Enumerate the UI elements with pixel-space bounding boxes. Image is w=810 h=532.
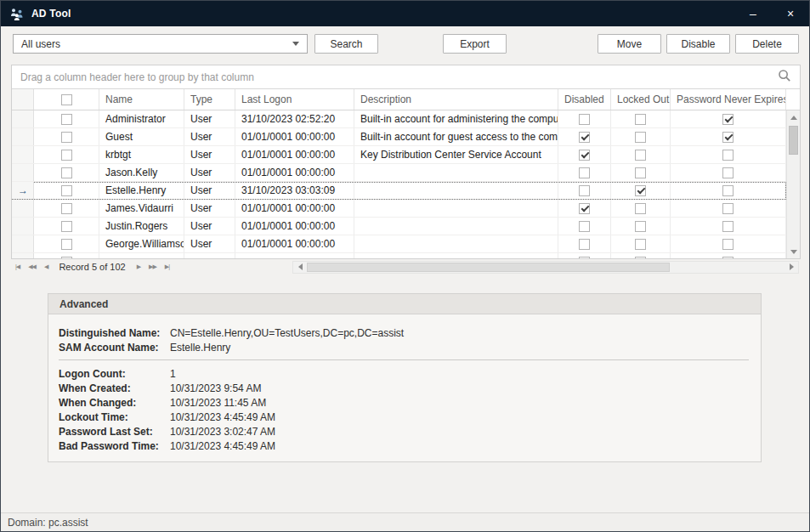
locked-out-checkbox[interactable]: [635, 185, 646, 196]
password-never-expires-checkbox[interactable]: [722, 150, 734, 161]
scroll-up-button[interactable]: [787, 110, 800, 124]
row-select-checkbox[interactable]: [61, 221, 72, 232]
row-checkbox-cell: [34, 218, 99, 235]
password-never-expires-checkbox[interactable]: [722, 257, 734, 259]
password-never-expires-checkbox[interactable]: [722, 114, 734, 125]
cell-name: Jason.Kelly: [99, 164, 184, 181]
app-window: AD Tool – × All users Search Export Move…: [0, 0, 810, 532]
column-header-disabled[interactable]: Disabled: [558, 89, 611, 110]
select-all-checkbox[interactable]: [61, 94, 72, 105]
select-all-column-header[interactable]: [34, 89, 99, 110]
disabled-checkbox[interactable]: [579, 221, 590, 232]
disabled-checkbox[interactable]: [579, 132, 590, 143]
scroll-left-button[interactable]: [293, 262, 307, 273]
row-select-checkbox[interactable]: [61, 132, 72, 143]
move-button[interactable]: Move: [598, 34, 661, 54]
user-filter-dropdown[interactable]: All users: [13, 34, 308, 54]
disable-button[interactable]: Disable: [666, 34, 730, 54]
password-never-expires-checkbox[interactable]: [722, 167, 734, 178]
disabled-checkbox[interactable]: [579, 203, 590, 214]
row-select-checkbox[interactable]: [61, 203, 72, 214]
export-button[interactable]: Export: [443, 34, 507, 54]
table-row[interactable]: → George.Williamson User 01/01/0001 00:0…: [12, 235, 786, 253]
pager-first-button[interactable]: |◀: [11, 260, 24, 274]
password-never-expires-checkbox[interactable]: [722, 239, 734, 250]
row-select-checkbox[interactable]: [61, 150, 72, 161]
column-header-description[interactable]: Description: [354, 89, 558, 110]
row-checkbox-cell: [34, 235, 99, 252]
minimize-button[interactable]: –: [734, 1, 772, 26]
table-row[interactable]: → Estelle.Henry User 31/10/2023 03:03:09: [12, 182, 786, 200]
record-navigator: |◀ ◀◀ ◀ Record 5 of 102 ▶ ▶▶ ▶|: [11, 260, 799, 274]
pager-prev-page-button[interactable]: ◀◀: [24, 260, 40, 274]
row-indicator: →: [12, 218, 34, 235]
advanced-field-label: Password Last Set:: [59, 426, 170, 438]
cell-disabled: [558, 218, 611, 235]
locked-out-checkbox[interactable]: [635, 239, 646, 250]
group-by-panel[interactable]: Drag a column header here to group by th…: [12, 65, 800, 89]
table-row[interactable]: →: [12, 253, 786, 258]
search-icon[interactable]: [778, 69, 791, 85]
column-header-password-never-expires[interactable]: Password Never Expires: [671, 89, 786, 110]
row-select-checkbox[interactable]: [61, 257, 72, 259]
horizontal-scrollbar-track[interactable]: [307, 262, 785, 273]
column-header-type[interactable]: Type: [184, 89, 235, 110]
scroll-right-button[interactable]: [785, 262, 798, 273]
advanced-field-label: Distinguished Name:: [59, 327, 170, 339]
field-distinguished-name: Distinguished Name: CN=Estelle.Henry,OU=…: [59, 325, 749, 340]
locked-out-checkbox[interactable]: [635, 150, 646, 161]
cell-description: [354, 253, 558, 258]
table-row[interactable]: → Guest User 01/01/0001 00:00:00 Built-i…: [12, 128, 786, 146]
table-row[interactable]: → Administrator User 31/10/2023 02:52:20…: [12, 110, 786, 128]
row-checkbox-cell: [34, 200, 99, 217]
locked-out-checkbox[interactable]: [635, 167, 646, 178]
locked-out-checkbox[interactable]: [635, 203, 646, 214]
disabled-checkbox[interactable]: [579, 185, 590, 196]
table-row[interactable]: → Justin.Rogers User 01/01/0001 00:00:00: [12, 218, 786, 235]
horizontal-scrollbar-thumb[interactable]: [307, 263, 670, 272]
delete-button[interactable]: Delete: [735, 34, 799, 54]
row-checkbox-cell: [34, 164, 99, 181]
vertical-scrollbar-thumb[interactable]: [789, 126, 798, 155]
row-select-checkbox[interactable]: [61, 185, 72, 196]
disabled-checkbox[interactable]: [579, 150, 590, 161]
column-header-locked-out[interactable]: Locked Out: [611, 89, 671, 110]
cell-name: Estelle.Henry: [99, 182, 184, 199]
cell-description: [354, 164, 558, 181]
pager-next-button[interactable]: ▶: [133, 260, 144, 274]
row-select-checkbox[interactable]: [61, 114, 72, 125]
cell-last-logon: 31/10/2023 02:52:20: [235, 110, 354, 127]
advanced-field-label: Lockout Time:: [59, 411, 170, 423]
disabled-checkbox[interactable]: [579, 114, 590, 125]
disabled-checkbox[interactable]: [579, 239, 590, 250]
locked-out-checkbox[interactable]: [635, 257, 646, 259]
password-never-expires-checkbox[interactable]: [722, 203, 734, 214]
row-select-checkbox[interactable]: [61, 167, 72, 178]
locked-out-checkbox[interactable]: [635, 114, 646, 125]
vertical-scrollbar[interactable]: [786, 110, 800, 258]
row-indicator: →: [12, 235, 34, 252]
row-select-checkbox[interactable]: [61, 239, 72, 250]
column-header-last-logon[interactable]: Last Logon: [235, 89, 354, 110]
close-button[interactable]: ×: [772, 1, 809, 26]
pager-prev-button[interactable]: ◀: [40, 260, 52, 274]
table-row[interactable]: → Jason.Kelly User 01/01/0001 00:00:00: [12, 164, 786, 182]
scroll-down-button[interactable]: [787, 245, 800, 258]
table-row[interactable]: → James.Vidaurri User 01/01/0001 00:00:0…: [12, 200, 786, 218]
cell-locked-out: [611, 164, 671, 181]
password-never-expires-checkbox[interactable]: [722, 185, 734, 196]
disabled-checkbox[interactable]: [579, 257, 590, 259]
password-never-expires-checkbox[interactable]: [722, 132, 734, 143]
password-never-expires-checkbox[interactable]: [722, 221, 734, 232]
disabled-checkbox[interactable]: [579, 167, 590, 178]
pager-last-button[interactable]: ▶|: [161, 260, 173, 274]
column-header-name[interactable]: Name: [99, 89, 184, 110]
table-row[interactable]: → krbtgt User 01/01/0001 00:00:00 Key Di…: [12, 146, 786, 164]
locked-out-checkbox[interactable]: [635, 132, 646, 143]
pager-next-page-button[interactable]: ▶▶: [144, 260, 161, 274]
locked-out-checkbox[interactable]: [635, 221, 646, 232]
cell-password-never-expires: [671, 182, 786, 199]
search-button[interactable]: Search: [314, 34, 378, 54]
field-logon-count: Logon Count: 1: [59, 366, 749, 381]
horizontal-scrollbar[interactable]: [292, 261, 799, 274]
